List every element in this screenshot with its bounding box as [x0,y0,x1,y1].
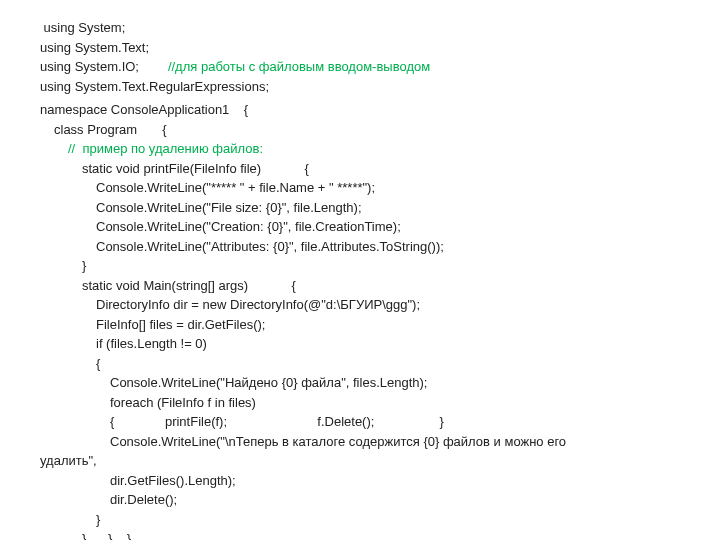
code-line: Console.WriteLine("Attributes: {0}", fil… [40,237,680,257]
code-line: dir.Delete(); [40,490,680,510]
code-line: if (files.Length != 0) [40,334,680,354]
code-line: } [40,510,680,530]
code-line: using System.IO; //для работы с файловым… [40,57,680,77]
code-line: using System.Text.RegularExpressions; [40,77,680,97]
code-line: class Program { [40,120,680,140]
code-line: DirectoryInfo dir = new DirectoryInfo(@"… [40,295,680,315]
code-line: foreach (FileInfo f in files) [40,393,680,413]
code-text: using System.IO; [40,59,139,74]
code-line: { [40,354,680,374]
code-line: namespace ConsoleApplication1 { [40,100,680,120]
code-line: using System; [40,18,680,38]
code-comment: //для работы с файловым вводом-выводом [139,59,430,74]
code-line: using System.Text; [40,38,680,58]
code-line: Console.WriteLine("***** " + file.Name +… [40,178,680,198]
code-line: Console.WriteLine("\nТеперь в каталоге с… [40,432,680,452]
code-line: static void Main(string[] args) { [40,276,680,296]
code-line: static void printFile(FileInfo file) { [40,159,680,179]
code-line: } } } [40,529,680,540]
code-comment: // пример по удалению файлов: [40,139,680,159]
code-line: { printFile(f); f.Delete(); } [40,412,680,432]
code-line: Console.WriteLine("Найдено {0} файла", f… [40,373,680,393]
code-line: удалить", [40,451,680,471]
code-line: dir.GetFiles().Length); [40,471,680,491]
code-line: } [40,256,680,276]
code-line: FileInfo[] files = dir.GetFiles(); [40,315,680,335]
code-block: using System; using System.Text; using S… [40,18,680,540]
code-line: Console.WriteLine("File size: {0}", file… [40,198,680,218]
code-line: Console.WriteLine("Creation: {0}", file.… [40,217,680,237]
